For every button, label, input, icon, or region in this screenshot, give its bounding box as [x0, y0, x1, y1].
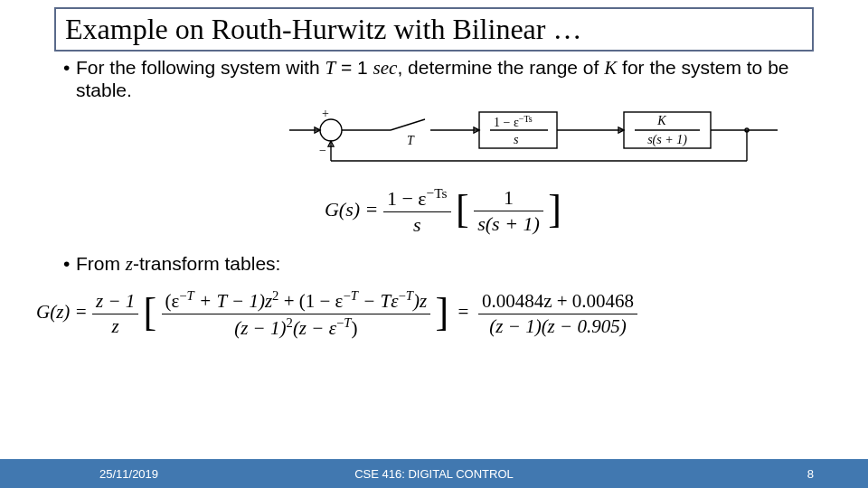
- var-T: T: [325, 57, 335, 79]
- var-K: K: [604, 57, 617, 79]
- footer-date: 25/11/2019: [99, 467, 158, 481]
- bullet-2: • From z-transform tables:: [63, 253, 823, 276]
- bullet1-prefix: For the following system with: [76, 57, 325, 78]
- zoh-den: s: [514, 133, 519, 146]
- equation-Gz: G(z) = z − 1 z [ (ε−T + T − 1)z2 + (1 − …: [36, 288, 823, 340]
- svg-point-1: [320, 119, 342, 141]
- slide-footer: 25/11/2019 CSE 416: DIGITAL CONTROL 8: [0, 459, 868, 488]
- sum-minus: −: [319, 144, 326, 157]
- zoh-num: 1 − ε−Ts: [494, 114, 533, 129]
- bullet-1: • For the following system with T = 1 se…: [63, 57, 823, 101]
- slide-title-box: Example on Routh-Hurwitz with Bilinear …: [54, 7, 814, 52]
- block-diagram: + − T 1 − ε−Ts s K: [289, 105, 823, 173]
- sampler-T: T: [407, 134, 415, 147]
- svg-line-3: [391, 119, 425, 130]
- footer-course: CSE 416: DIGITAL CONTROL: [354, 467, 514, 481]
- slide-title: Example on Routh-Hurwitz with Bilinear …: [65, 13, 803, 46]
- slide-body: • For the following system with T = 1 se…: [0, 52, 868, 488]
- plant-den: s(s + 1): [647, 133, 687, 147]
- plant-K: K: [656, 114, 666, 127]
- equation-Gs: G(s) = 1 − ε−Ts s [ 1 s(s + 1) ]: [63, 185, 823, 237]
- sum-plus: +: [322, 107, 329, 120]
- footer-page: 8: [807, 467, 814, 481]
